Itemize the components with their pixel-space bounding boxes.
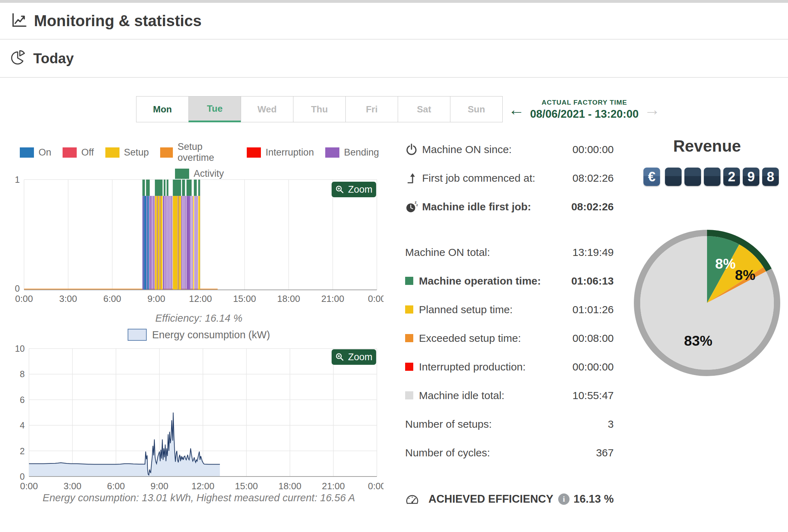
legend-item-off: Off — [63, 147, 94, 158]
svg-text:3:00: 3:00 — [59, 293, 77, 304]
stat-row-3: Machine ON total:13:19:49 — [405, 238, 614, 267]
stat-row-6: Exceeded setup time:00:08:00 — [405, 324, 614, 352]
speedometer-icon — [405, 493, 422, 505]
legend-swatch-setup-overtime — [160, 147, 173, 158]
previous-day-arrow-icon[interactable]: ← — [508, 101, 525, 118]
stat-label: First job commenced at: — [422, 172, 535, 184]
page-title: Monitoring & statistics — [34, 12, 202, 30]
legend-swatch-setup — [105, 147, 119, 158]
legend-label: Off — [81, 147, 94, 158]
tab-sat[interactable]: Sat — [398, 96, 450, 122]
stat-row-2: zzMachine idle first job:08:02:26 — [405, 192, 614, 221]
svg-text:6:00: 6:00 — [103, 293, 121, 304]
info-icon[interactable]: i — [558, 493, 570, 505]
svg-text:15:00: 15:00 — [235, 481, 258, 491]
svg-text:6: 6 — [20, 395, 25, 405]
energy-caption: Energy consumption: 13.01 kWh, Highest m… — [14, 492, 384, 504]
svg-text:9:00: 9:00 — [147, 293, 165, 304]
svg-text:0:00: 0:00 — [368, 293, 384, 304]
section-header: Today — [0, 40, 788, 78]
stat-value: 00:08:00 — [572, 332, 614, 344]
stat-swatch-interruption — [405, 363, 413, 371]
svg-text:12:00: 12:00 — [189, 293, 212, 304]
stat-value: 13:19:49 — [572, 246, 614, 258]
next-day-arrow-icon[interactable]: → — [644, 101, 660, 118]
revenue-digit-tile-3: 2 — [723, 168, 740, 186]
revenue-digit-tile-5: 8 — [762, 168, 779, 186]
legend-item-interruption: Interruption — [247, 147, 314, 158]
idle-clock-icon: zz — [405, 200, 422, 214]
svg-text:0: 0 — [20, 472, 25, 481]
first-job-icon — [405, 171, 422, 185]
stat-label: Exceeded setup time: — [419, 332, 521, 344]
revenue-digit-tile-0 — [665, 168, 682, 186]
day-tabs: MonTueWedThuFriSatSun — [136, 96, 503, 122]
stat-label: Interrupted production: — [419, 361, 526, 373]
stat-label: Machine ON total: — [405, 246, 490, 258]
legend-swatch-interruption — [247, 147, 261, 158]
tab-mon[interactable]: Mon — [136, 96, 189, 122]
tab-sun[interactable]: Sun — [450, 96, 503, 122]
line-chart-icon — [11, 12, 28, 30]
stat-swatch-idle — [405, 391, 413, 399]
legend-label: Bending — [344, 147, 379, 158]
legend-item-on: On — [20, 147, 51, 158]
app-header: Monitoring & statistics — [0, 3, 788, 40]
svg-text:8%: 8% — [735, 267, 755, 283]
factory-time-label: ACTUAL FACTORY TIME — [525, 99, 644, 106]
stat-row-9: Number of setups:3 — [405, 410, 614, 438]
svg-text:18:00: 18:00 — [278, 481, 301, 491]
stat-label: Number of cycles: — [405, 447, 490, 459]
svg-text:8: 8 — [20, 369, 25, 379]
svg-text:12:00: 12:00 — [191, 481, 214, 491]
revenue-digit-tile-1 — [684, 168, 701, 186]
stats-rows: Machine ON since:00:00:00First job comme… — [405, 135, 614, 467]
svg-text:18:00: 18:00 — [277, 293, 300, 304]
legend-swatch-on — [20, 147, 34, 158]
svg-text:8%: 8% — [715, 256, 736, 271]
pie-chart-icon — [11, 49, 27, 67]
revenue-currency-tile: € — [643, 168, 660, 186]
stat-value: 08:02:26 — [572, 172, 614, 184]
svg-text:0:00: 0:00 — [20, 481, 38, 491]
svg-text:0:00: 0:00 — [15, 293, 33, 304]
revenue-digit-tile-4: 9 — [743, 168, 759, 186]
stat-swatch-setup — [405, 305, 413, 314]
stat-value: 00:00:00 — [572, 361, 614, 373]
factory-time-block: ← ACTUAL FACTORY TIME 08/06/2021 - 13:20… — [508, 95, 660, 124]
svg-text:1: 1 — [15, 175, 20, 185]
stat-value: 01:06:13 — [571, 275, 614, 287]
revenue-digit-tile-2 — [704, 168, 720, 186]
svg-text:4: 4 — [20, 420, 25, 430]
magnifier-plus-icon — [335, 352, 344, 362]
revenue-counter: €298 — [643, 168, 779, 186]
tab-fri[interactable]: Fri — [345, 96, 398, 122]
zoom-button-energy[interactable]: Zoom — [332, 349, 376, 365]
stat-value: 367 — [596, 447, 614, 459]
zoom-button-activity[interactable]: Zoom — [332, 182, 376, 197]
tab-tue[interactable]: Tue — [188, 96, 241, 122]
achieved-efficiency-label: ACHIEVED EFFICIENCY — [428, 493, 553, 505]
legend-item-setup: Setup — [105, 147, 149, 158]
magnifier-plus-icon — [335, 185, 344, 194]
stat-label: Number of setups: — [405, 418, 492, 430]
legend-swatch-bending — [325, 147, 339, 158]
stat-label: Machine idle total: — [419, 390, 504, 402]
svg-text:0:00: 0:00 — [368, 481, 384, 491]
stat-row-0: Machine ON since:00:00:00 — [405, 135, 614, 164]
svg-text:15:00: 15:00 — [233, 293, 256, 304]
stat-row-8: Machine idle total:10:55:47 — [405, 381, 614, 410]
tab-thu[interactable]: Thu — [293, 96, 346, 122]
stat-label: Machine operation time: — [419, 275, 541, 287]
legend-label: Setup overtime — [177, 141, 235, 163]
svg-text:z: z — [416, 203, 418, 207]
stat-row-5: Planned setup time:01:01:26 — [405, 295, 614, 324]
stat-value: 01:01:26 — [572, 304, 614, 316]
energy-legend-label: Energy consumption (kW) — [152, 329, 270, 341]
activity-timeline-chart: 100:003:006:009:0012:0015:0018:0021:000:… — [14, 175, 384, 307]
svg-text:9:00: 9:00 — [151, 481, 169, 491]
tab-wed[interactable]: Wed — [241, 96, 293, 122]
stat-swatch-activity — [405, 277, 413, 285]
legend-label: On — [39, 147, 51, 158]
efficiency-caption: Efficiency: 16.14 % — [14, 312, 384, 324]
